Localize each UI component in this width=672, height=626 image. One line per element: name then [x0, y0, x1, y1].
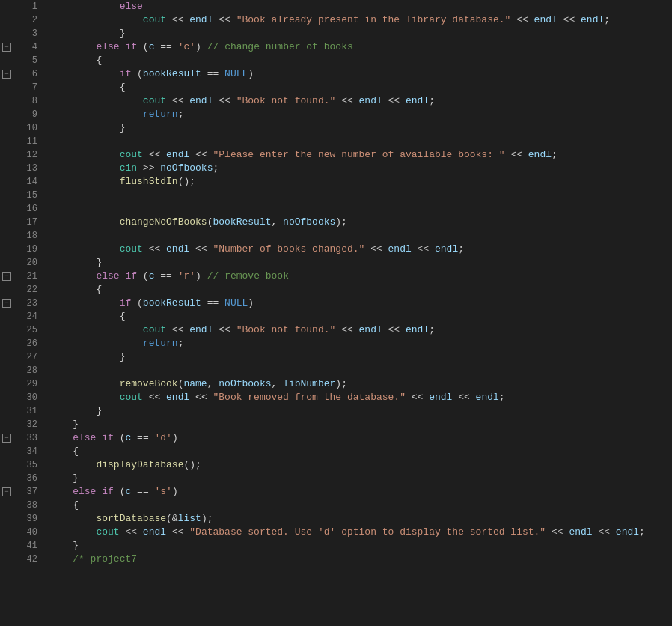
token-stream: cout — [143, 323, 166, 337]
code-line: cout << endl << "Book removed from the d… — [49, 391, 672, 404]
line-number: 39 — [13, 512, 37, 526]
fold-line — [0, 512, 13, 526]
code-line: } — [49, 27, 672, 40]
fold-gutter: −−−−−− — [0, 0, 13, 626]
token-plain: << — [452, 391, 475, 404]
indent — [49, 175, 120, 189]
code-line: flushStdIn(); — [49, 175, 672, 189]
token-plain: ( — [137, 270, 149, 283]
token-var: c — [149, 40, 155, 54]
fold-line — [0, 526, 13, 539]
code-line: else if (c == 'd') — [49, 431, 672, 445]
line-number: 2 — [13, 13, 37, 27]
token-plain: << — [189, 243, 213, 256]
token-plain: } — [73, 472, 79, 485]
token-var: c — [125, 431, 131, 445]
indent — [49, 539, 73, 553]
code-line: } — [49, 256, 672, 270]
token-kw-flow: if — [102, 431, 114, 445]
token-plain: ); — [335, 377, 347, 391]
code-line: } — [49, 350, 672, 364]
indent — [49, 13, 143, 27]
token-str: "Number of books changed." — [213, 243, 365, 256]
line-number: 6 — [13, 67, 37, 81]
code-line: cout << endl << "Book not found." << end… — [49, 323, 672, 337]
code-line: else if (c == 's') — [49, 485, 672, 499]
fold-line[interactable]: − — [0, 40, 13, 54]
line-number: 30 — [13, 391, 37, 404]
code-area[interactable]: else cout << endl << "Book already prese… — [43, 0, 672, 626]
indent — [49, 162, 120, 175]
token-plain: << — [382, 323, 406, 337]
line-number: 13 — [13, 162, 37, 175]
fold-line — [0, 202, 13, 216]
token-plain: ; — [213, 162, 219, 175]
fold-line[interactable]: − — [0, 485, 13, 499]
token-plain: << — [143, 148, 166, 162]
token-plain: { — [96, 54, 102, 67]
line-number: 22 — [13, 283, 37, 297]
indent — [49, 323, 143, 337]
fold-line — [0, 229, 13, 243]
indent — [49, 391, 120, 404]
indent — [49, 458, 96, 472]
fold-line[interactable]: − — [0, 431, 13, 445]
line-number: 18 — [13, 229, 37, 243]
fold-line — [0, 472, 13, 485]
token-var: endl — [476, 391, 499, 404]
line-number: 40 — [13, 526, 37, 539]
token-plain: ; — [604, 13, 610, 27]
indent — [49, 472, 73, 485]
fold-line[interactable]: − — [0, 297, 13, 310]
token-plain: ; — [552, 148, 558, 162]
token-plain: ; — [178, 108, 184, 121]
token-plain: << — [166, 94, 189, 108]
fold-line — [0, 27, 13, 40]
token-str: "Book not found." — [236, 323, 336, 337]
token-plain: << — [505, 148, 528, 162]
fold-line — [0, 323, 13, 337]
code-line: sortDatabase(&list); — [49, 512, 672, 526]
token-kw-flow: else — [96, 40, 119, 54]
line-number: 41 — [13, 539, 37, 553]
fold-button[interactable]: − — [2, 43, 11, 52]
token-var: endl — [189, 94, 213, 108]
indent — [49, 54, 96, 67]
token-plain: ( — [114, 431, 126, 445]
fold-button[interactable]: − — [2, 299, 11, 308]
fold-button[interactable]: − — [2, 70, 11, 79]
token-plain: ; — [458, 243, 464, 256]
fold-line — [0, 256, 13, 270]
indent — [49, 283, 96, 297]
fold-button[interactable]: − — [2, 272, 11, 281]
fold-button[interactable]: − — [2, 487, 11, 496]
token-var: noOfbooks — [219, 377, 271, 391]
code-editor: −−−−−− 123456789101112131415161718192021… — [0, 0, 672, 626]
code-line: if (bookResult == NULL) — [49, 297, 672, 310]
token-stream: cout — [120, 243, 143, 256]
fold-button[interactable]: − — [2, 434, 11, 443]
code-line: return; — [49, 108, 672, 121]
line-number: 42 — [13, 553, 37, 566]
token-plain: << — [213, 323, 236, 337]
code-line: { — [49, 283, 672, 297]
token-plain: ) — [172, 431, 178, 445]
code-line: cout << endl << "Database sorted. Use 'd… — [49, 526, 672, 539]
indent — [49, 27, 120, 40]
fold-line — [0, 0, 13, 13]
token-comment: // remove book — [201, 270, 289, 283]
line-number: 1 — [13, 0, 37, 13]
fold-line[interactable]: − — [0, 270, 13, 283]
token-plain: ; — [639, 526, 645, 539]
fold-line[interactable]: − — [0, 67, 13, 81]
fold-line — [0, 13, 13, 27]
token-var: endl — [359, 323, 382, 337]
code-line: } — [49, 539, 672, 553]
token-str: "Database sorted. Use 'd' option to disp… — [189, 526, 546, 539]
fold-line — [0, 499, 13, 512]
token-plain: == — [131, 485, 154, 499]
token-var: endl — [189, 13, 213, 27]
token-plain: << — [364, 243, 388, 256]
code-line: } — [49, 121, 672, 135]
line-number: 14 — [13, 175, 37, 189]
